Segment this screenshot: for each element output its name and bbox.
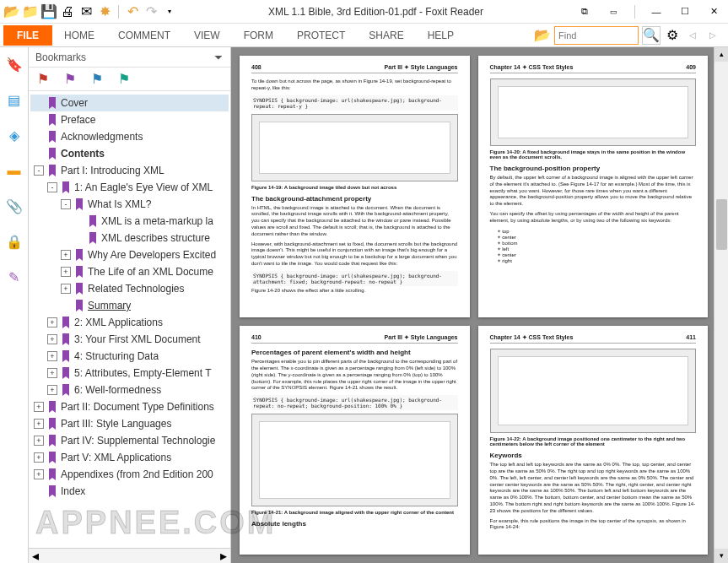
bookmark-item[interactable]: Cover: [30, 95, 229, 111]
minimize-icon[interactable]: —: [645, 3, 667, 20]
bookmark-item[interactable]: Contents: [30, 145, 229, 162]
tree-expander[interactable]: +: [61, 267, 71, 277]
ribbon-min-icon[interactable]: ▭: [602, 3, 624, 20]
scrollbar-thumb[interactable]: [716, 199, 727, 250]
tab-view[interactable]: VIEW: [182, 25, 232, 46]
bookmark-item[interactable]: +3: Your First XML Document: [30, 331, 229, 348]
tree-expander[interactable]: +: [47, 317, 57, 328]
bookmark-item[interactable]: +Part II: Document Type Definitions: [30, 398, 229, 415]
undo-icon[interactable]: ↶: [124, 3, 141, 20]
bookmark-item[interactable]: +Appendixes (from 2nd Edition 200: [30, 466, 229, 483]
tree-expander[interactable]: +: [47, 385, 57, 395]
bookmark-item[interactable]: Preface: [30, 111, 229, 128]
tree-expander[interactable]: +: [34, 452, 44, 463]
redo-icon[interactable]: ↷: [143, 3, 159, 20]
scroll-left-icon[interactable]: ◂: [29, 548, 42, 563]
tree-expander[interactable]: +: [47, 368, 57, 378]
find-input[interactable]: [554, 26, 639, 45]
tab-comment[interactable]: COMMENT: [106, 25, 182, 46]
panel-dropdown-icon[interactable]: ⏷: [213, 51, 224, 63]
tree-expander[interactable]: +: [47, 351, 57, 361]
attachments-tab-icon[interactable]: 📎: [4, 196, 24, 216]
bookmarks-tree[interactable]: CoverPrefaceAcknowledgmentsContents-Part…: [29, 91, 230, 548]
print-icon[interactable]: 🖨: [59, 3, 76, 20]
search-icon[interactable]: 🔍: [642, 26, 661, 45]
pdf-page-409[interactable]: Chapter 14 ✦ CSS Text Styles409 Figure 1…: [478, 56, 709, 317]
pdf-page-410[interactable]: 410Part III ✦ Style Languages Percentage…: [240, 326, 470, 555]
bookmark-item[interactable]: -1: An Eagle's Eye View of XML: [30, 179, 229, 196]
bookmark-item[interactable]: Acknowledgments: [30, 128, 229, 145]
prev-icon[interactable]: ◁: [684, 27, 701, 44]
tab-protect[interactable]: PROTECT: [285, 25, 357, 46]
bookmark-item[interactable]: -Part I: Introducing XML: [30, 162, 229, 179]
page-part: Part III ✦ Style Languages: [385, 64, 458, 71]
scroll-down-icon[interactable]: ▾: [715, 549, 728, 563]
bookmark-item[interactable]: +The Life of an XML Docume: [30, 263, 229, 280]
tree-expander[interactable]: -: [34, 165, 44, 176]
tab-help[interactable]: HELP: [416, 25, 466, 46]
tree-expander[interactable]: +: [34, 436, 44, 446]
open-folder-icon[interactable]: 📁: [22, 3, 39, 20]
document-area[interactable]: 408Part III ✦ Style Languages To tile do…: [231, 47, 728, 563]
bookmark-item[interactable]: +Part V: XML Applications: [30, 449, 229, 466]
tab-home[interactable]: HOME: [52, 25, 106, 46]
page-grid: 408Part III ✦ Style Languages To tile do…: [231, 47, 728, 563]
scroll-right-icon[interactable]: ▸: [217, 548, 230, 563]
folder-icon[interactable]: 📂: [534, 27, 551, 44]
bookmark-item[interactable]: +5: Attributes, Empty-Element T: [30, 365, 229, 382]
bookmark-item[interactable]: Index: [30, 483, 229, 500]
bookmark-item[interactable]: +Related Technologies: [30, 280, 229, 297]
bookmark-item[interactable]: XML describes structure: [30, 230, 229, 246]
bookmark-item[interactable]: Summary: [30, 297, 229, 314]
delete-bookmark-icon[interactable]: ⚑: [116, 72, 132, 87]
bookmark-item[interactable]: +Part III: Style Languages: [30, 415, 229, 432]
page-part: Chapter 14 ✦ CSS Text Styles: [490, 334, 574, 341]
tab-form[interactable]: FORM: [232, 25, 285, 46]
new-doc-icon[interactable]: ✸: [96, 3, 113, 20]
vertical-scrollbar[interactable]: ▴ ▾: [714, 47, 728, 563]
pdf-page-411[interactable]: Chapter 14 ✦ CSS Text Styles411 Figure 1…: [478, 326, 709, 555]
bookmarks-tab-icon[interactable]: 🔖: [4, 54, 24, 74]
tree-expander[interactable]: -: [61, 199, 71, 209]
bookmark-options-icon[interactable]: ⚑: [89, 72, 105, 87]
scroll-up-icon[interactable]: ▴: [715, 47, 728, 62]
next-icon[interactable]: ▷: [704, 27, 721, 44]
security-tab-icon[interactable]: 🔒: [4, 231, 24, 252]
new-bookmark-icon[interactable]: ⚑: [62, 72, 78, 87]
section-heading: Percentages of parent element's width an…: [251, 349, 458, 356]
tree-expander[interactable]: +: [34, 469, 44, 479]
save-icon[interactable]: 💾: [40, 3, 57, 20]
bookmark-item[interactable]: +6: Well-formedness: [30, 382, 229, 398]
maximize-icon[interactable]: ☐: [674, 3, 696, 20]
bookmarks-panel: Bookmarks ⏷ ⚑ ⚑ ⚑ ⚑ CoverPrefaceAcknowle…: [29, 47, 231, 563]
bookmarks-hscroll[interactable]: ◂ ▸: [29, 548, 230, 563]
bookmark-item[interactable]: +Part IV: Supplemental Technologie: [30, 432, 229, 449]
tree-expander[interactable]: +: [34, 402, 44, 412]
signatures-tab-icon[interactable]: ✎: [4, 267, 24, 287]
bookmark-icon: [74, 300, 84, 311]
bookmark-item[interactable]: -What Is XML?: [30, 196, 229, 213]
tree-expander[interactable]: +: [47, 334, 57, 344]
layers-tab-icon[interactable]: ◈: [4, 125, 24, 145]
tab-share[interactable]: SHARE: [357, 25, 415, 46]
left-nav-bar: 🔖 ▤ ◈ ▬ 📎 🔒 ✎: [0, 47, 29, 563]
bookmark-item[interactable]: XML is a meta-markup la: [30, 213, 229, 230]
ribbon-toggle-icon[interactable]: ⧉: [574, 3, 596, 20]
file-tab[interactable]: FILE: [3, 25, 52, 46]
bookmark-item[interactable]: +Why Are Developers Excited: [30, 246, 229, 263]
gear-icon[interactable]: ⚙: [664, 27, 681, 44]
pages-tab-icon[interactable]: ▤: [4, 89, 24, 110]
qat-dropdown-icon[interactable]: ▾: [161, 3, 178, 20]
tree-expander[interactable]: +: [34, 419, 44, 429]
open-icon[interactable]: 📂: [3, 3, 20, 20]
expand-bookmark-icon[interactable]: ⚑: [35, 72, 51, 87]
tree-expander[interactable]: +: [61, 284, 71, 294]
tree-expander[interactable]: -: [47, 182, 57, 192]
bookmark-item[interactable]: +4: Structuring Data: [30, 348, 229, 365]
pdf-page-408[interactable]: 408Part III ✦ Style Languages To tile do…: [240, 56, 470, 317]
close-icon[interactable]: ✕: [703, 3, 725, 20]
comments-tab-icon[interactable]: ▬: [4, 160, 24, 181]
tree-expander[interactable]: +: [61, 250, 71, 260]
email-icon[interactable]: ✉: [78, 3, 94, 20]
bookmark-item[interactable]: +2: XML Applications: [30, 314, 229, 331]
